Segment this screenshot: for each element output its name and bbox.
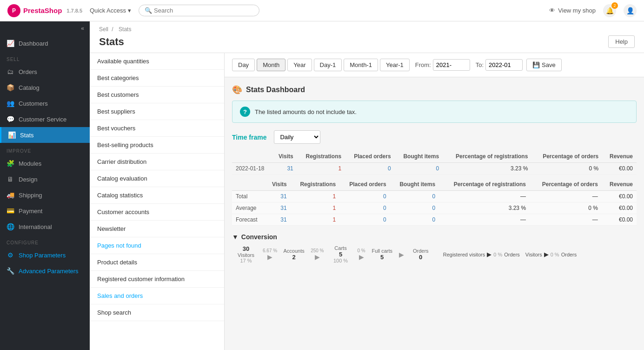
page-title: Stats bbox=[99, 36, 124, 48]
international-icon: 🌐 bbox=[7, 223, 14, 230]
sidebar-item-advanced-parameters[interactable]: 🔧 Advanced Parameters bbox=[0, 263, 90, 279]
sidebar-dashboard-label: Dashboard bbox=[19, 40, 48, 47]
sidebar-collapse-button[interactable]: « bbox=[0, 21, 90, 35]
list-item-pages-not-found[interactable]: Pages not found bbox=[90, 237, 224, 254]
breadcrumb-sell[interactable]: Sell bbox=[99, 26, 108, 33]
sidebar-item-payment[interactable]: 💳 Payment bbox=[0, 203, 90, 219]
sum-forecast-visits: 31 bbox=[265, 214, 290, 226]
col-revenue: Revenue bbox=[602, 150, 637, 163]
design-icon: 🖥 bbox=[7, 175, 14, 183]
sum-col-pct-reg: Percentage of registrations bbox=[439, 178, 530, 191]
modules-icon: 🧩 bbox=[7, 160, 14, 167]
summary-row-average: Average 31 1 0 0 3.23 % 0 % €0.00 bbox=[232, 202, 637, 214]
list-item-customer-accounts[interactable]: Customer accounts bbox=[90, 204, 224, 221]
user-menu-button[interactable]: 👤 bbox=[624, 4, 637, 17]
to-field: To: bbox=[476, 59, 523, 71]
quick-access-button[interactable]: Quick Access ▾ bbox=[90, 7, 131, 14]
day-minus1-button[interactable]: Day-1 bbox=[314, 59, 342, 71]
stats-icon: 📊 bbox=[8, 131, 15, 139]
sum-total-pct-orders: — bbox=[530, 191, 602, 202]
question-icon: ? bbox=[240, 107, 250, 117]
sum-col-placed-orders: Placed orders bbox=[339, 178, 390, 191]
info-box: ? The listed amounts do not include tax. bbox=[232, 101, 637, 123]
sum-avg-bought: 0 bbox=[390, 202, 439, 214]
row-visits: 31 bbox=[272, 163, 297, 175]
shipping-icon: 🚚 bbox=[7, 191, 14, 199]
sidebar-item-shipping[interactable]: 🚚 Shipping bbox=[0, 187, 90, 203]
timeframe-select[interactable]: Daily Weekly Monthly Yearly bbox=[274, 130, 320, 144]
sum-total-pct-reg: — bbox=[439, 191, 530, 202]
month-minus1-button[interactable]: Month-1 bbox=[344, 59, 378, 71]
month-button[interactable]: Month bbox=[257, 59, 285, 71]
list-item-carrier-distribution[interactable]: Carrier distribution bbox=[90, 154, 224, 170]
list-item-best-suppliers[interactable]: Best suppliers bbox=[90, 103, 224, 120]
sum-avg-reg: 1 bbox=[291, 202, 339, 214]
view-shop-button[interactable]: 👁 View my shop bbox=[549, 7, 596, 14]
split-panel: Available quantities Best categories Bes… bbox=[90, 53, 644, 350]
sidebar-item-customer-service[interactable]: 💬 Customer Service bbox=[0, 111, 90, 127]
conversion-section: ▼ Conversion 30 Visitors 17 % 6.67 % bbox=[232, 233, 637, 263]
conv-registered-flow: Registered visitors ▶ 0 % Orders Visitor… bbox=[443, 251, 577, 258]
summary-row-total: Total 31 1 0 0 — — €0.00 bbox=[232, 191, 637, 202]
stats-dashboard-title: 🎨 Stats Dashboard bbox=[232, 85, 637, 95]
sidebar-item-orders[interactable]: 🗂 Orders bbox=[0, 64, 90, 80]
to-input[interactable] bbox=[485, 59, 523, 71]
sidebar-item-stats[interactable]: 📊 Stats bbox=[0, 127, 90, 143]
sidebar-item-modules[interactable]: 🧩 Modules bbox=[0, 155, 90, 171]
sum-forecast-revenue: €0.00 bbox=[602, 214, 637, 226]
payment-icon: 💳 bbox=[7, 207, 14, 215]
sidebar-item-design[interactable]: 🖥 Design bbox=[0, 171, 90, 187]
list-item-product-details[interactable]: Product details bbox=[90, 254, 224, 271]
sum-avg-pct-reg: 3.23 % bbox=[439, 202, 530, 214]
day-button[interactable]: Day bbox=[232, 59, 255, 71]
shop-parameters-icon: ⚙ bbox=[7, 251, 14, 259]
list-item-best-categories[interactable]: Best categories bbox=[90, 70, 224, 87]
date-filter-bar: Day Month Year Day-1 Month-1 Year-1 From… bbox=[225, 53, 644, 77]
list-item-best-vouchers[interactable]: Best vouchers bbox=[90, 120, 224, 137]
sum-avg-label: Average bbox=[232, 202, 265, 214]
search-input[interactable] bbox=[154, 7, 253, 14]
year-minus1-button[interactable]: Year-1 bbox=[380, 59, 410, 71]
list-item-sales-and-orders[interactable]: Sales and orders bbox=[90, 288, 224, 304]
sum-forecast-placed-orders: 0 bbox=[339, 214, 390, 226]
sum-avg-pct-orders: 0 % bbox=[530, 202, 602, 214]
from-input[interactable] bbox=[433, 59, 470, 71]
conv-arrow-2: 250 % ▶ bbox=[309, 248, 325, 261]
sum-forecast-pct-reg: — bbox=[439, 214, 530, 226]
list-item-best-customers[interactable]: Best customers bbox=[90, 87, 224, 103]
row-revenue: €0.00 bbox=[602, 163, 637, 175]
list-item-available-quantities[interactable]: Available quantities bbox=[90, 53, 224, 70]
sidebar-item-shop-parameters[interactable]: ⚙ Shop Parameters bbox=[0, 247, 90, 263]
logo-icon: P bbox=[7, 4, 20, 17]
save-icon: 💾 bbox=[532, 61, 540, 68]
orders-icon: 🗂 bbox=[7, 68, 14, 75]
list-item-registered-customer-info[interactable]: Registered customer information bbox=[90, 271, 224, 288]
conv-arrow-3: 0 % ▶ bbox=[356, 248, 367, 261]
row-pct-reg: 3.23 % bbox=[443, 163, 531, 175]
sum-col-label bbox=[232, 178, 265, 191]
list-item-shop-search[interactable]: Shop search bbox=[90, 304, 224, 321]
sidebar-item-international[interactable]: 🌐 International bbox=[0, 219, 90, 235]
search-bar[interactable]: 🔍 bbox=[139, 5, 259, 16]
sidebar-item-customers[interactable]: 👥 Customers bbox=[0, 95, 90, 111]
sidebar: « 📈 Dashboard SELL 🗂 Orders 📦 Catalog 👥 … bbox=[0, 21, 90, 350]
list-item-newsletter[interactable]: Newsletter bbox=[90, 221, 224, 237]
sidebar-item-catalog[interactable]: 📦 Catalog bbox=[0, 80, 90, 95]
notifications-button[interactable]: 🔔 2 bbox=[603, 4, 616, 17]
sidebar-item-dashboard[interactable]: 📈 Dashboard bbox=[0, 35, 90, 51]
sum-avg-visits: 31 bbox=[265, 202, 290, 214]
list-item-best-selling-products[interactable]: Best-selling products bbox=[90, 137, 224, 154]
save-button[interactable]: 💾 Save bbox=[526, 59, 562, 71]
conv-accounts: Accounts 2 bbox=[280, 248, 308, 261]
help-button[interactable]: Help bbox=[608, 35, 635, 48]
eye-icon: 👁 bbox=[549, 7, 555, 14]
sum-forecast-label: Forecast bbox=[232, 214, 265, 226]
sidebar-section-configure: CONFIGURE bbox=[0, 235, 90, 247]
year-button[interactable]: Year bbox=[287, 59, 312, 71]
list-item-catalog-statistics[interactable]: Catalog statistics bbox=[90, 187, 224, 204]
search-icon: 🔍 bbox=[145, 7, 152, 14]
table-row: 2022-01-18 31 1 0 0 3.23 % 0 % €0.00 bbox=[232, 163, 637, 175]
breadcrumb-stats: Stats bbox=[119, 26, 131, 33]
col-pct-orders: Percentage of orders bbox=[531, 150, 602, 163]
list-item-catalog-evaluation[interactable]: Catalog evaluation bbox=[90, 170, 224, 187]
